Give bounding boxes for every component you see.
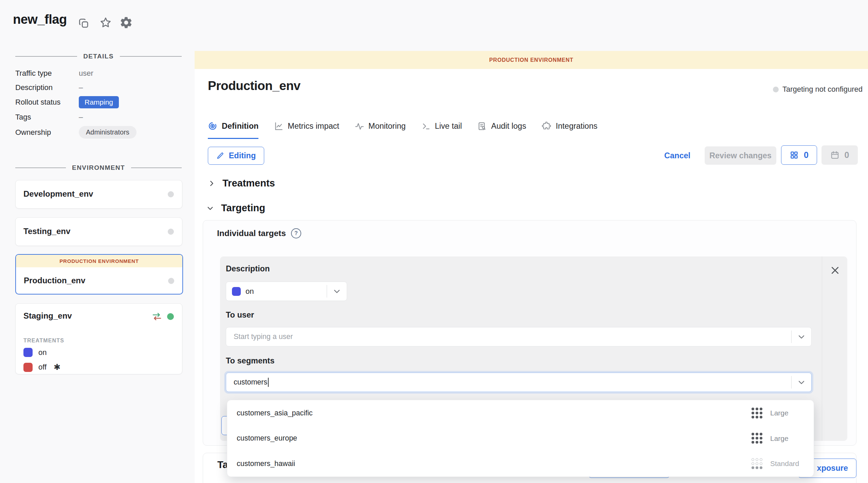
tab-label: Integrations bbox=[556, 122, 597, 131]
to-segments-label: To segments bbox=[226, 356, 274, 365]
help-icon[interactable]: ? bbox=[291, 228, 301, 238]
individual-targets-title: Individual targets bbox=[217, 229, 286, 238]
chevron-right-icon bbox=[208, 180, 215, 187]
tab-integrations[interactable]: Integrations bbox=[542, 114, 597, 139]
detail-row-ownership: Ownership Administrators bbox=[15, 126, 182, 139]
terminal-icon bbox=[421, 122, 431, 131]
env-name: Production_env bbox=[24, 276, 85, 285]
tab-metrics-impact[interactable]: Metrics impact bbox=[274, 114, 339, 139]
star-icon[interactable] bbox=[99, 16, 112, 29]
divider-line bbox=[15, 167, 66, 168]
schedule-count-button[interactable]: 0 bbox=[821, 145, 858, 165]
bottom-section-title-partial: Ta bbox=[217, 459, 228, 470]
environment-header: ENVIRONMENT bbox=[15, 164, 182, 172]
detail-row-rollout-status: Rollout status Ramping bbox=[15, 96, 182, 108]
env-status-dot bbox=[168, 278, 174, 284]
targeting-status-label: Targeting not configured bbox=[782, 85, 863, 94]
cancel-button[interactable]: Cancel bbox=[664, 151, 690, 160]
dots-grid-icon bbox=[752, 433, 763, 444]
env-card-staging[interactable]: Staging_env TREATMENTS on off ✱ bbox=[15, 303, 182, 374]
changes-count-button[interactable]: 0 bbox=[781, 145, 817, 165]
segment-size: Large bbox=[770, 409, 804, 417]
chart-icon bbox=[274, 122, 283, 131]
detail-value: – bbox=[79, 113, 83, 122]
user-input[interactable]: Start typing a user bbox=[226, 327, 812, 346]
targeting-section-header[interactable]: Targeting bbox=[206, 202, 265, 214]
tab-monitoring[interactable]: Monitoring bbox=[355, 114, 406, 139]
treatment-on-swatch bbox=[23, 348, 33, 357]
detail-value: user bbox=[79, 69, 93, 78]
tab-definition[interactable]: Definition bbox=[208, 114, 258, 139]
close-icon[interactable] bbox=[830, 265, 841, 276]
segment-name: customers_europe bbox=[237, 434, 752, 443]
segment-option-europe[interactable]: customers_europe Large bbox=[227, 426, 814, 451]
detail-label: Description bbox=[15, 83, 79, 92]
environment-header-label: ENVIRONMENT bbox=[72, 164, 125, 172]
env-status-dot bbox=[168, 191, 174, 197]
default-treatment-marker: ✱ bbox=[54, 362, 60, 372]
treatment-label: on bbox=[38, 348, 47, 357]
env-status-dot-green bbox=[167, 313, 174, 320]
to-user-label: To user bbox=[226, 310, 254, 320]
treatment-select-value: on bbox=[246, 287, 327, 296]
env-name: Staging_env bbox=[23, 311, 72, 321]
segments-input-value: customers bbox=[234, 378, 791, 387]
divider bbox=[327, 285, 327, 298]
treatment-select[interactable]: on bbox=[226, 282, 347, 301]
detail-row-tags: Tags – bbox=[15, 113, 182, 122]
segment-option-asia-pacific[interactable]: customers_asia_pacific Large bbox=[227, 401, 814, 426]
segment-size: Standard bbox=[770, 460, 804, 468]
tab-live-tail[interactable]: Live tail bbox=[421, 114, 462, 139]
tab-audit-logs[interactable]: Audit logs bbox=[477, 114, 526, 139]
user-input-placeholder: Start typing a user bbox=[234, 333, 791, 341]
divider-line bbox=[15, 56, 77, 57]
chevron-down-icon bbox=[334, 289, 340, 293]
segments-input[interactable]: customers bbox=[226, 373, 812, 392]
divider-line bbox=[120, 56, 182, 57]
tab-label: Audit logs bbox=[491, 122, 526, 131]
details-header-label: DETAILS bbox=[83, 53, 114, 60]
individual-targets-header: Individual targets ? bbox=[217, 228, 301, 238]
detail-row-traffic-type: Traffic type user bbox=[15, 69, 182, 78]
detail-label: Ownership bbox=[15, 128, 79, 137]
treatments-section-header[interactable]: Treatments bbox=[208, 178, 275, 189]
targeting-section-title: Targeting bbox=[221, 202, 265, 214]
divider bbox=[822, 256, 822, 441]
treatment-off-swatch bbox=[23, 363, 33, 372]
text-caret bbox=[268, 378, 269, 387]
segment-size: Large bbox=[770, 434, 804, 443]
environment-title: Production_env bbox=[208, 79, 301, 93]
detail-label: Tags bbox=[15, 113, 79, 122]
tab-label: Definition bbox=[222, 122, 258, 131]
editing-button[interactable]: Editing bbox=[208, 147, 264, 165]
pulse-icon bbox=[355, 122, 364, 131]
status-dot bbox=[773, 87, 779, 92]
divider-line bbox=[131, 167, 182, 168]
copy-icon[interactable] bbox=[77, 17, 90, 30]
grid-icon bbox=[790, 150, 799, 160]
env-card-development[interactable]: Development_env bbox=[15, 180, 182, 209]
treatment-on-swatch bbox=[232, 287, 241, 296]
env-name: Development_env bbox=[23, 189, 93, 199]
env-card-testing[interactable]: Testing_env bbox=[15, 217, 182, 246]
targeting-status: Targeting not configured bbox=[773, 85, 863, 94]
chevron-down-icon bbox=[798, 335, 804, 339]
segments-dropdown: customers_asia_pacific Large customers_e… bbox=[227, 400, 814, 477]
pencil-icon bbox=[216, 152, 224, 160]
detail-value: – bbox=[79, 83, 83, 92]
detail-label: Rollout status bbox=[15, 98, 79, 107]
segment-name: customers_asia_pacific bbox=[237, 409, 752, 417]
target-icon bbox=[208, 121, 217, 131]
treatment-label: off bbox=[38, 363, 47, 372]
gear-icon[interactable] bbox=[120, 16, 132, 29]
tab-label: Metrics impact bbox=[288, 122, 339, 131]
tab-label: Monitoring bbox=[368, 122, 406, 131]
production-environment-banner: PRODUCTION ENVIRONMENT bbox=[195, 51, 868, 69]
review-changes-button[interactable]: Review changes bbox=[705, 146, 776, 165]
segment-option-hawaii[interactable]: customers_hawaii Standard bbox=[227, 451, 814, 476]
ownership-pill[interactable]: Administrators bbox=[79, 126, 137, 139]
env-card-production[interactable]: PRODUCTION ENVIRONMENT Production_env bbox=[15, 254, 183, 294]
tab-label: Live tail bbox=[435, 122, 462, 131]
segment-name: customers_hawaii bbox=[237, 460, 752, 468]
tab-bar: Definition Metrics impact Monitoring Liv… bbox=[208, 114, 597, 139]
